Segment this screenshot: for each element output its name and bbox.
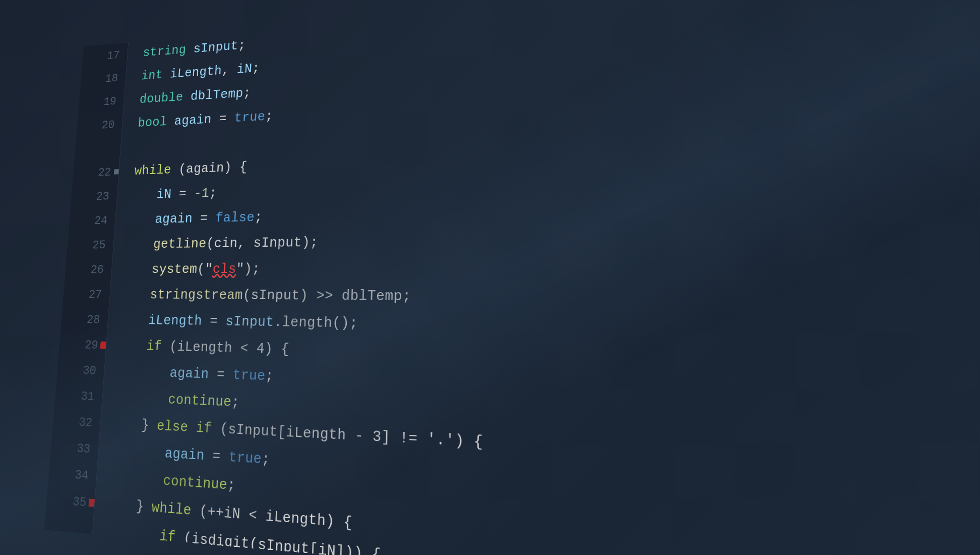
line-num-24: 24	[69, 208, 116, 233]
code-content[interactable]: string sInput; int iLength, iN; double d…	[93, 0, 980, 555]
line-num-31: 31	[54, 382, 103, 410]
line-num-32: 32	[52, 408, 101, 436]
line-num-28: 28	[60, 307, 109, 332]
code-line-24-text: again = false;	[131, 204, 263, 232]
line-num-33: 33	[50, 433, 99, 463]
code-line-25-text: getline(cin, sInput);	[129, 229, 319, 257]
line-num-35: 35	[46, 486, 96, 517]
code-line-23-text: iN = -1;	[132, 181, 218, 208]
line-num-17: 17	[82, 43, 128, 69]
line-num-30: 30	[56, 357, 105, 384]
line-num-22: 22	[73, 160, 120, 185]
line-num-19: 19	[78, 89, 125, 115]
line-num-20: 20	[76, 113, 123, 138]
code-line-28-text: iLength = sInput.length();	[124, 307, 359, 337]
line-num-34: 34	[48, 460, 97, 489]
editor-wrapper: 17 18 19 20 22 23 24 25 26 27 28 29 30 3…	[44, 0, 980, 555]
code-line-22-text: while (again) {	[134, 154, 248, 183]
line-num-21	[74, 136, 121, 161]
line-num-25: 25	[67, 233, 114, 258]
line-num-18: 18	[80, 66, 127, 92]
code-line-27-text: stringstream(sInput) >> dblTemp;	[125, 282, 411, 310]
line-num-27: 27	[63, 282, 110, 307]
editor-container: 17 18 19 20 22 23 24 25 26 27 28 29 30 3…	[0, 0, 980, 555]
line-num-26: 26	[65, 257, 112, 282]
code-line-21-text	[136, 135, 145, 159]
code-line-26-text: system("cls");	[127, 256, 261, 282]
line-num-23: 23	[71, 184, 118, 209]
line-num-29: 29	[58, 331, 107, 358]
code-line-29-text: if (iLength < 4) {	[121, 332, 290, 363]
